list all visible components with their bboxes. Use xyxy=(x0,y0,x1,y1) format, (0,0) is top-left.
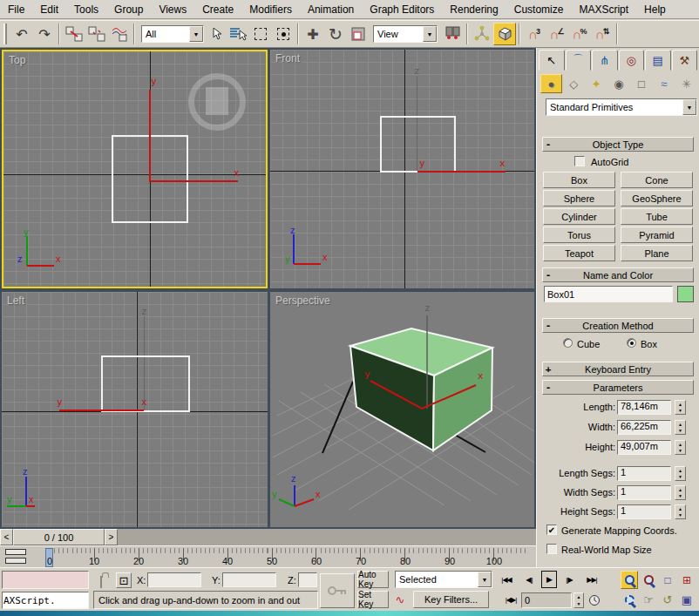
time-slider-prev-button[interactable]: < xyxy=(0,529,13,545)
selection-filter-dropdown[interactable]: All ▼ xyxy=(141,25,204,43)
lights-category-button[interactable]: ✦ xyxy=(586,74,607,93)
redo-button[interactable]: ↷ xyxy=(33,23,56,45)
height-spinner[interactable]: ▲▼ xyxy=(675,440,686,455)
dropdown-arrow-icon[interactable]: ▼ xyxy=(189,26,203,42)
pan-button[interactable]: ☞ xyxy=(640,591,657,609)
window-crossing-button[interactable] xyxy=(272,23,295,45)
menu-animation[interactable]: Animation xyxy=(300,2,362,17)
play-button[interactable]: ▶ xyxy=(541,571,557,588)
category-type-dropdown[interactable]: Standard Primitives ▼ xyxy=(546,98,697,116)
angle-snap-button[interactable]: ∩∠ xyxy=(546,23,568,45)
object-type-torus-button[interactable]: Torus xyxy=(543,227,615,243)
x-coord-input[interactable] xyxy=(147,572,201,587)
width-spinner[interactable]: ▲▼ xyxy=(675,420,686,435)
set-keys-button[interactable] xyxy=(320,573,355,608)
object-type-box-button[interactable]: Box xyxy=(543,172,615,188)
tab-modify[interactable]: ⌒ xyxy=(566,50,592,71)
spacewarps-category-button[interactable]: ≈ xyxy=(653,74,675,93)
select-and-move-button[interactable]: ✚ xyxy=(302,23,324,45)
creation-method-box-label[interactable]: Box xyxy=(641,339,657,349)
menu-customize[interactable]: Customize xyxy=(506,2,572,17)
time-slider-handle[interactable]: 0 / 100 xyxy=(13,529,105,545)
current-frame-input[interactable] xyxy=(521,592,572,608)
menu-maxscript[interactable]: MAXScript xyxy=(571,2,636,17)
mini-curve-editor-button[interactable] xyxy=(5,549,28,565)
object-type-sphere-button[interactable]: Sphere xyxy=(543,190,615,206)
rectangular-selection-region-button[interactable] xyxy=(249,23,272,45)
box-selection-outline-front[interactable] xyxy=(380,116,456,173)
toolbar-handle[interactable] xyxy=(3,24,7,44)
generate-mapping-coords-checkbox[interactable]: ✔ xyxy=(546,525,557,535)
use-pivot-point-center-button[interactable] xyxy=(441,23,464,45)
menu-create[interactable]: Create xyxy=(194,2,241,17)
height-segs-input[interactable]: 1 xyxy=(617,504,671,519)
viewport-top[interactable]: Top y x y z x xyxy=(2,50,268,288)
autogrid-checkbox[interactable] xyxy=(574,156,585,166)
creation-method-cube-radio[interactable] xyxy=(563,338,573,348)
dropdown-arrow-icon[interactable]: ▼ xyxy=(682,99,696,115)
length-spinner[interactable]: ▲▼ xyxy=(675,400,686,415)
systems-category-button[interactable]: ✳ xyxy=(675,74,697,93)
select-by-name-button[interactable] xyxy=(227,23,249,45)
dropdown-arrow-icon[interactable]: ▼ xyxy=(423,26,437,42)
rollout-collapse-icon[interactable]: - xyxy=(543,320,553,331)
menu-views[interactable]: Views xyxy=(151,2,194,17)
height-input[interactable]: 49,007m xyxy=(617,440,671,455)
object-type-pyramid-button[interactable]: Pyramid xyxy=(621,227,693,243)
next-frame-button[interactable]: ||▶ xyxy=(559,571,580,588)
maxscript-mini-listener-macro[interactable] xyxy=(2,571,89,589)
tab-display[interactable]: ▤ xyxy=(645,50,671,71)
track-bar[interactable]: 0 10 20 30 40 50 60 70 80 90 100 xyxy=(0,545,536,567)
geometry-category-button[interactable]: ● xyxy=(540,74,562,93)
rollout-parameters[interactable]: - Parameters xyxy=(542,380,694,395)
rollout-expand-icon[interactable]: + xyxy=(543,363,553,375)
zoom-all-button[interactable] xyxy=(640,571,657,589)
tab-motion[interactable]: ◎ xyxy=(619,50,645,71)
menu-group[interactable]: Group xyxy=(106,2,151,17)
height-segs-spinner[interactable]: ▲▼ xyxy=(675,504,686,519)
select-and-manipulate-button[interactable] xyxy=(471,23,493,45)
go-to-end-button[interactable]: ▶▶| xyxy=(581,571,602,588)
minmax-toggle-button[interactable]: ▣ xyxy=(678,591,696,609)
viewport-front-label[interactable]: Front xyxy=(275,52,300,64)
menu-tools[interactable]: Tools xyxy=(66,2,106,17)
tab-hierarchy[interactable]: ⋔ xyxy=(592,50,618,71)
rollout-keyboard-entry[interactable]: + Keyboard Entry xyxy=(542,362,694,376)
rollout-collapse-icon[interactable]: - xyxy=(543,269,553,281)
spinner-snap-button[interactable]: ∩⇅ xyxy=(591,23,614,45)
key-filter-dropdown[interactable]: Selected ▼ xyxy=(395,571,492,588)
width-segs-spinner[interactable]: ▲▼ xyxy=(675,485,686,500)
shapes-category-button[interactable]: ◇ xyxy=(563,74,585,93)
length-segs-input[interactable]: 1 xyxy=(617,466,671,481)
length-segs-spinner[interactable]: ▲▼ xyxy=(675,466,686,481)
z-coord-input[interactable] xyxy=(298,572,317,587)
object-type-cone-button[interactable]: Cone xyxy=(621,172,693,188)
rollout-collapse-icon[interactable]: - xyxy=(543,382,553,393)
time-slider-next-button[interactable]: > xyxy=(105,529,118,545)
key-mode-toggle[interactable]: |◀▶| xyxy=(502,592,519,609)
creation-method-box-radio[interactable] xyxy=(627,338,636,348)
menu-edit[interactable]: Edit xyxy=(32,2,66,17)
object-type-tube-button[interactable]: Tube xyxy=(621,208,693,225)
arc-rotate-button[interactable]: ↺ xyxy=(659,591,676,609)
select-and-link-button[interactable] xyxy=(63,23,85,45)
menu-help[interactable]: Help xyxy=(636,2,674,17)
rollout-name-and-color[interactable]: - Name and Color xyxy=(542,267,694,282)
object-name-input[interactable] xyxy=(544,286,673,302)
length-input[interactable]: 78,146m xyxy=(617,400,671,415)
selection-lock-toggle[interactable] xyxy=(100,576,102,588)
viewport-perspective[interactable]: Perspective z y x xyxy=(270,292,534,527)
time-configuration-button[interactable] xyxy=(586,591,603,609)
zoom-extents-all-button[interactable]: ⊞ xyxy=(678,571,696,589)
creation-method-cube-label[interactable]: Cube xyxy=(577,339,600,349)
bind-to-spacewarp-button[interactable] xyxy=(108,23,131,45)
region-zoom-button[interactable] xyxy=(621,591,638,609)
viewport-front[interactable]: Front z y x z y x xyxy=(270,50,534,288)
select-and-scale-button[interactable] xyxy=(347,23,370,45)
set-key-button[interactable]: Set Key xyxy=(357,591,389,608)
view-navigation-gizmo[interactable] xyxy=(188,73,246,131)
object-type-teapot-button[interactable]: Teapot xyxy=(543,245,615,261)
track-bar-ruler[interactable]: 0 10 20 30 40 50 60 70 80 90 100 xyxy=(42,548,532,567)
go-to-start-button[interactable]: |◀◀ xyxy=(496,571,517,588)
percent-snap-button[interactable]: ∩% xyxy=(568,23,591,45)
